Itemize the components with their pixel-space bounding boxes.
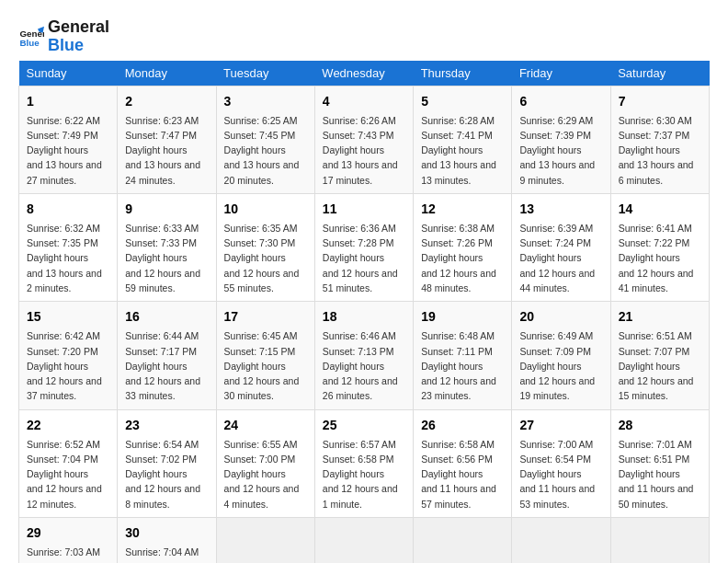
logo-general: General bbox=[48, 18, 109, 37]
calendar-cell: 23 Sunrise: 6:54 AM Sunset: 7:02 PM Dayl… bbox=[118, 409, 216, 517]
calendar-cell: 3 Sunrise: 6:25 AM Sunset: 7:45 PM Dayli… bbox=[216, 86, 314, 193]
weekday-monday: Monday bbox=[118, 61, 216, 86]
day-info: Sunrise: 6:52 AM Sunset: 7:04 PM Dayligh… bbox=[27, 437, 109, 511]
day-number: 15 bbox=[27, 307, 109, 327]
calendar-cell: 8 Sunrise: 6:32 AM Sunset: 7:35 PM Dayli… bbox=[19, 193, 118, 301]
calendar-cell: 18 Sunrise: 6:46 AM Sunset: 7:13 PM Dayl… bbox=[314, 302, 413, 409]
day-info: Sunrise: 6:23 AM Sunset: 7:47 PM Dayligh… bbox=[125, 113, 208, 188]
day-info: Sunrise: 6:41 AM Sunset: 7:22 PM Dayligh… bbox=[619, 221, 701, 295]
day-info: Sunrise: 6:49 AM Sunset: 7:09 PM Dayligh… bbox=[519, 328, 602, 403]
day-info: Sunrise: 6:48 AM Sunset: 7:11 PM Dayligh… bbox=[421, 328, 504, 403]
calendar-table: SundayMondayTuesdayWednesdayThursdayFrid… bbox=[18, 61, 710, 563]
day-number: 18 bbox=[323, 307, 405, 327]
calendar-cell: 22 Sunrise: 6:52 AM Sunset: 7:04 PM Dayl… bbox=[19, 409, 118, 517]
day-info: Sunrise: 6:51 AM Sunset: 7:07 PM Dayligh… bbox=[619, 328, 701, 403]
day-info: Sunrise: 6:54 AM Sunset: 7:02 PM Dayligh… bbox=[125, 437, 208, 511]
day-number: 22 bbox=[27, 416, 109, 435]
calendar-cell: 17 Sunrise: 6:45 AM Sunset: 7:15 PM Dayl… bbox=[216, 302, 314, 409]
calendar-week-5: 29 Sunrise: 7:03 AM Sunset: 6:49 PM Dayl… bbox=[19, 517, 710, 563]
calendar-cell: 4 Sunrise: 6:26 AM Sunset: 7:43 PM Dayli… bbox=[314, 86, 413, 193]
calendar-cell bbox=[610, 517, 709, 563]
day-info: Sunrise: 6:29 AM Sunset: 7:39 PM Dayligh… bbox=[519, 113, 602, 188]
day-number: 19 bbox=[421, 307, 504, 327]
logo-icon: General Blue bbox=[18, 24, 44, 50]
calendar-cell: 26 Sunrise: 6:58 AM Sunset: 6:56 PM Dayl… bbox=[414, 409, 512, 517]
logo: General Blue General Blue bbox=[18, 18, 109, 55]
calendar-cell: 21 Sunrise: 6:51 AM Sunset: 7:07 PM Dayl… bbox=[610, 302, 709, 409]
calendar-cell: 29 Sunrise: 7:03 AM Sunset: 6:49 PM Dayl… bbox=[19, 517, 118, 563]
day-info: Sunrise: 7:03 AM Sunset: 6:49 PM Dayligh… bbox=[27, 545, 109, 563]
day-number: 21 bbox=[619, 307, 701, 327]
day-info: Sunrise: 6:36 AM Sunset: 7:28 PM Dayligh… bbox=[323, 221, 405, 295]
weekday-tuesday: Tuesday bbox=[216, 61, 314, 86]
day-number: 6 bbox=[519, 92, 602, 111]
calendar-cell: 2 Sunrise: 6:23 AM Sunset: 7:47 PM Dayli… bbox=[118, 86, 216, 193]
day-number: 4 bbox=[323, 92, 405, 111]
day-number: 1 bbox=[27, 92, 109, 111]
calendar-cell: 14 Sunrise: 6:41 AM Sunset: 7:22 PM Dayl… bbox=[610, 193, 709, 301]
day-number: 5 bbox=[421, 92, 504, 111]
calendar-cell bbox=[512, 517, 610, 563]
weekday-header-row: SundayMondayTuesdayWednesdayThursdayFrid… bbox=[19, 61, 710, 86]
calendar-body: 1 Sunrise: 6:22 AM Sunset: 7:49 PM Dayli… bbox=[19, 86, 710, 563]
calendar-cell: 11 Sunrise: 6:36 AM Sunset: 7:28 PM Dayl… bbox=[314, 193, 413, 301]
weekday-saturday: Saturday bbox=[610, 61, 709, 86]
calendar-cell: 24 Sunrise: 6:55 AM Sunset: 7:00 PM Dayl… bbox=[216, 409, 314, 517]
day-info: Sunrise: 6:22 AM Sunset: 7:49 PM Dayligh… bbox=[27, 113, 109, 188]
calendar-cell: 13 Sunrise: 6:39 AM Sunset: 7:24 PM Dayl… bbox=[512, 193, 610, 301]
calendar-cell: 28 Sunrise: 7:01 AM Sunset: 6:51 PM Dayl… bbox=[610, 409, 709, 517]
calendar-cell: 16 Sunrise: 6:44 AM Sunset: 7:17 PM Dayl… bbox=[118, 302, 216, 409]
day-number: 2 bbox=[125, 92, 208, 111]
day-info: Sunrise: 6:33 AM Sunset: 7:33 PM Dayligh… bbox=[125, 221, 208, 295]
day-number: 7 bbox=[619, 92, 701, 111]
day-info: Sunrise: 6:57 AM Sunset: 6:58 PM Dayligh… bbox=[323, 437, 405, 511]
day-number: 11 bbox=[323, 200, 405, 219]
day-number: 12 bbox=[421, 200, 504, 219]
day-info: Sunrise: 6:44 AM Sunset: 7:17 PM Dayligh… bbox=[125, 328, 208, 403]
day-number: 3 bbox=[224, 92, 307, 111]
calendar-cell: 10 Sunrise: 6:35 AM Sunset: 7:30 PM Dayl… bbox=[216, 193, 314, 301]
calendar-week-4: 22 Sunrise: 6:52 AM Sunset: 7:04 PM Dayl… bbox=[19, 409, 710, 517]
calendar-cell bbox=[314, 517, 413, 563]
svg-text:Blue: Blue bbox=[19, 38, 40, 48]
calendar-cell: 15 Sunrise: 6:42 AM Sunset: 7:20 PM Dayl… bbox=[19, 302, 118, 409]
day-info: Sunrise: 6:28 AM Sunset: 7:41 PM Dayligh… bbox=[421, 113, 504, 188]
day-info: Sunrise: 6:42 AM Sunset: 7:20 PM Dayligh… bbox=[27, 328, 109, 403]
day-info: Sunrise: 6:38 AM Sunset: 7:26 PM Dayligh… bbox=[421, 221, 504, 295]
calendar-week-2: 8 Sunrise: 6:32 AM Sunset: 7:35 PM Dayli… bbox=[19, 193, 710, 301]
day-info: Sunrise: 6:45 AM Sunset: 7:15 PM Dayligh… bbox=[224, 328, 307, 403]
page-header: General Blue General Blue bbox=[18, 18, 710, 55]
day-number: 14 bbox=[619, 200, 701, 219]
day-number: 8 bbox=[27, 200, 109, 219]
day-info: Sunrise: 6:55 AM Sunset: 7:00 PM Dayligh… bbox=[224, 437, 307, 511]
weekday-thursday: Thursday bbox=[414, 61, 512, 86]
day-number: 29 bbox=[27, 523, 109, 543]
calendar-cell bbox=[414, 517, 512, 563]
calendar-cell: 30 Sunrise: 7:04 AM Sunset: 6:47 PM Dayl… bbox=[118, 517, 216, 563]
day-number: 23 bbox=[125, 416, 208, 435]
calendar-cell: 25 Sunrise: 6:57 AM Sunset: 6:58 PM Dayl… bbox=[314, 409, 413, 517]
calendar-week-1: 1 Sunrise: 6:22 AM Sunset: 7:49 PM Dayli… bbox=[19, 86, 710, 193]
day-number: 9 bbox=[125, 200, 208, 219]
calendar-cell: 9 Sunrise: 6:33 AM Sunset: 7:33 PM Dayli… bbox=[118, 193, 216, 301]
calendar-cell bbox=[216, 517, 314, 563]
day-info: Sunrise: 6:25 AM Sunset: 7:45 PM Dayligh… bbox=[224, 113, 307, 188]
logo-blue: Blue bbox=[48, 37, 109, 55]
day-info: Sunrise: 7:01 AM Sunset: 6:51 PM Dayligh… bbox=[619, 437, 701, 511]
day-number: 20 bbox=[519, 307, 602, 327]
day-info: Sunrise: 6:58 AM Sunset: 6:56 PM Dayligh… bbox=[421, 437, 504, 511]
day-info: Sunrise: 7:04 AM Sunset: 6:47 PM Dayligh… bbox=[125, 545, 208, 563]
calendar-cell: 6 Sunrise: 6:29 AM Sunset: 7:39 PM Dayli… bbox=[512, 86, 610, 193]
day-number: 16 bbox=[125, 307, 208, 327]
day-number: 24 bbox=[224, 416, 307, 435]
day-info: Sunrise: 6:30 AM Sunset: 7:37 PM Dayligh… bbox=[619, 113, 701, 188]
weekday-wednesday: Wednesday bbox=[314, 61, 413, 86]
day-number: 17 bbox=[224, 307, 307, 327]
day-number: 26 bbox=[421, 416, 504, 435]
day-number: 10 bbox=[224, 200, 307, 219]
calendar-cell: 27 Sunrise: 7:00 AM Sunset: 6:54 PM Dayl… bbox=[512, 409, 610, 517]
weekday-sunday: Sunday bbox=[19, 61, 118, 86]
calendar-cell: 12 Sunrise: 6:38 AM Sunset: 7:26 PM Dayl… bbox=[414, 193, 512, 301]
calendar-cell: 7 Sunrise: 6:30 AM Sunset: 7:37 PM Dayli… bbox=[610, 86, 709, 193]
calendar-week-3: 15 Sunrise: 6:42 AM Sunset: 7:20 PM Dayl… bbox=[19, 302, 710, 409]
